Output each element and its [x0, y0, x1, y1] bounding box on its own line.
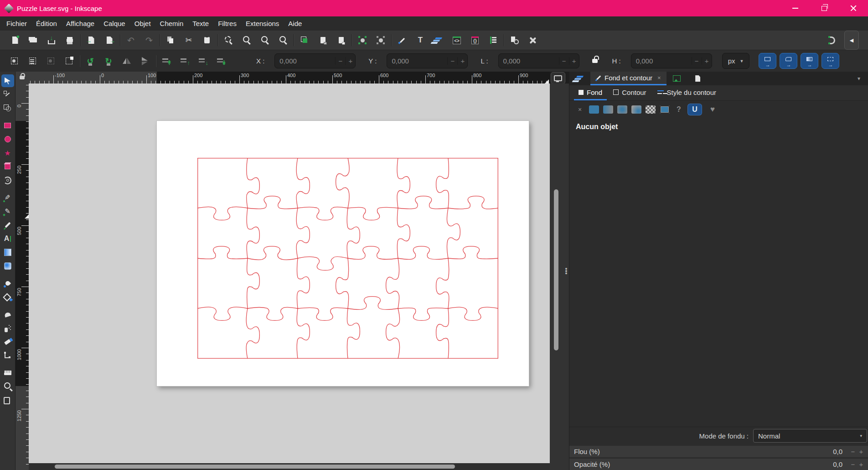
lower-icon[interactable] — [197, 55, 209, 67]
rotate-ccw-icon[interactable] — [84, 55, 96, 67]
unlink-clone-icon[interactable] — [335, 34, 347, 46]
flip-horizontal-icon[interactable] — [121, 55, 133, 67]
find-icon[interactable] — [509, 34, 521, 46]
linear-gradient-button[interactable] — [603, 105, 613, 114]
zoom-tool[interactable] — [1, 380, 14, 393]
h-increment[interactable]: + — [702, 57, 712, 65]
print-icon[interactable] — [64, 34, 76, 46]
dock-tab-export[interactable] — [666, 72, 687, 85]
menu-edition[interactable]: Édition — [31, 16, 62, 31]
eraser-tool[interactable] — [1, 335, 14, 348]
pencil-tool[interactable] — [1, 205, 14, 218]
zoom-page-icon[interactable] — [259, 34, 271, 46]
mesh-gradient-tool[interactable] — [1, 260, 14, 272]
create-clone-icon[interactable] — [317, 34, 329, 46]
preferences-icon[interactable] — [527, 34, 539, 46]
unit-select[interactable]: px▼ — [722, 53, 750, 69]
rectangle-tool[interactable] — [1, 119, 14, 132]
y-increment[interactable]: + — [457, 57, 467, 65]
dock-tab-layers[interactable] — [569, 72, 590, 85]
cut-icon[interactable] — [183, 34, 195, 46]
dock-tab-fill-stroke[interactable]: Fond et contour × — [590, 72, 666, 85]
flip-vertical-icon[interactable] — [139, 55, 151, 67]
spiral-tool[interactable] — [1, 174, 14, 187]
new-document-icon[interactable] — [9, 34, 21, 46]
horizontal-scrollbar[interactable] — [55, 465, 455, 469]
l-field[interactable]: 0,000−+ — [498, 53, 579, 68]
flat-button[interactable] — [589, 105, 599, 114]
blur-decrement[interactable]: − — [849, 448, 857, 455]
zoom-page-width-icon[interactable] — [277, 34, 289, 46]
spray-tool[interactable] — [1, 322, 14, 334]
selection-touch-icon[interactable] — [63, 55, 75, 67]
dock-menu-button[interactable]: ▾ — [850, 72, 868, 85]
unknown-button[interactable]: ? — [674, 105, 684, 114]
mesh-gradient-button[interactable] — [631, 105, 641, 114]
collapse-snapbar-button[interactable]: ◀ — [844, 31, 859, 50]
import-icon[interactable] — [85, 34, 97, 46]
duplicate-icon[interactable] — [299, 34, 310, 46]
lock-ratio-icon[interactable] — [592, 59, 598, 63]
x-field[interactable]: 0,000−+ — [274, 53, 356, 68]
menu-calque[interactable]: Calque — [99, 16, 130, 31]
selector-tool[interactable] — [1, 74, 14, 87]
open-icon[interactable] — [27, 34, 39, 46]
export-icon[interactable] — [103, 34, 115, 46]
vertical-ruler[interactable]: 025050075010001250 — [16, 84, 29, 470]
menu-aide[interactable]: Aide — [284, 16, 306, 31]
deselect-icon[interactable] — [45, 55, 57, 67]
fill-rule-evenodd-button[interactable]: ♥ — [706, 104, 719, 115]
connector-tool[interactable] — [1, 349, 14, 362]
paste-icon[interactable] — [201, 34, 213, 46]
scale-patterns-toggle[interactable] — [822, 53, 839, 69]
subtab-contour[interactable]: Contour — [609, 85, 651, 100]
tweak-tool[interactable] — [1, 308, 14, 321]
subtab-fond[interactable]: Fond — [574, 85, 607, 100]
raise-icon[interactable] — [179, 55, 191, 67]
star-tool[interactable] — [1, 146, 14, 159]
select-all-icon[interactable] — [8, 55, 20, 67]
blur-increment[interactable]: + — [857, 448, 865, 455]
scale-corners-toggle[interactable] — [780, 53, 797, 69]
pages-tool[interactable] — [1, 394, 14, 407]
text-dialog-icon[interactable] — [414, 34, 426, 46]
blend-mode-select[interactable]: Normal ▾ — [753, 429, 867, 443]
scale-gradients-toggle[interactable] — [801, 53, 818, 69]
redo-icon[interactable] — [143, 34, 155, 46]
radial-gradient-button[interactable] — [617, 105, 627, 114]
dock-tab-document[interactable] — [687, 72, 708, 85]
dropper-tool[interactable] — [1, 277, 14, 290]
menu-affichage[interactable]: Affichage — [62, 16, 99, 31]
xml-editor-icon[interactable] — [451, 34, 463, 46]
box-3d-tool[interactable] — [1, 160, 14, 173]
menu-objet[interactable]: Objet — [130, 16, 155, 31]
scale-stroke-toggle[interactable] — [759, 53, 776, 69]
node-editor-tool[interactable] — [1, 88, 14, 101]
group-icon[interactable] — [356, 34, 368, 46]
menu-filtres[interactable]: Filtres — [213, 16, 241, 31]
shape-builder-tool[interactable] — [1, 102, 14, 115]
paint-bucket-tool[interactable] — [1, 291, 14, 303]
measure-tool[interactable] — [1, 366, 14, 379]
undo-icon[interactable] — [125, 34, 137, 46]
x-decrement[interactable]: − — [335, 57, 345, 65]
dock-tab-close[interactable]: × — [657, 74, 661, 81]
y-field[interactable]: 0,000−+ — [387, 53, 468, 68]
layers-dialog-icon[interactable] — [433, 34, 444, 46]
x-increment[interactable]: + — [345, 57, 355, 65]
opacity-increment[interactable]: + — [857, 460, 865, 468]
minimize-button[interactable] — [780, 0, 810, 16]
swatch-button[interactable] — [660, 105, 670, 114]
h-decrement[interactable]: − — [692, 57, 702, 65]
horizontal-scroll-track[interactable] — [29, 463, 550, 470]
l-decrement[interactable]: − — [559, 57, 569, 65]
calligraphy-tool[interactable] — [1, 219, 14, 231]
align-dialog-icon[interactable] — [487, 34, 499, 46]
pattern-button[interactable] — [646, 105, 656, 114]
subtab-style-du-contour[interactable]: Style du contour — [653, 85, 721, 100]
fill-stroke-dialog-icon[interactable] — [396, 34, 408, 46]
copy-icon[interactable] — [165, 34, 176, 46]
object-properties-icon[interactable] — [469, 34, 481, 46]
zoom-drawing-icon[interactable] — [241, 34, 253, 46]
lower-bottom-icon[interactable] — [215, 55, 227, 67]
